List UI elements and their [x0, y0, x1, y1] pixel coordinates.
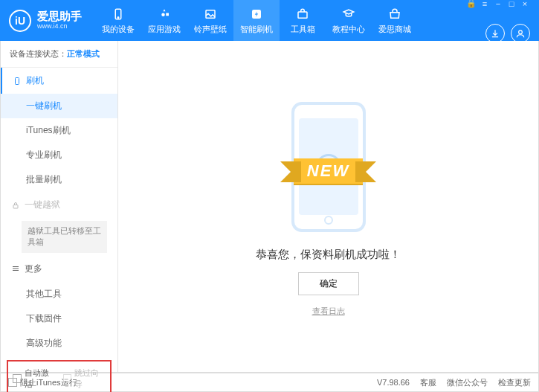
chk-label: 跳过向导	[74, 367, 106, 390]
lock-icon	[11, 201, 20, 210]
app-name: 爱思助手	[37, 10, 82, 23]
sidebar-item-itunes[interactable]: iTunes刷机	[1, 118, 117, 143]
nav-label: 应用游戏	[148, 24, 181, 35]
sidebar-item-oneclick[interactable]: 一键刷机	[1, 94, 117, 118]
version-label: V7.98.66	[377, 378, 410, 387]
flash-group-icon	[13, 77, 22, 86]
nav-label: 爱思商城	[378, 24, 411, 35]
nav-label: 我的设备	[102, 24, 135, 35]
svg-rect-6	[16, 77, 19, 84]
svg-point-1	[117, 16, 119, 18]
svg-point-5	[519, 30, 523, 33]
sidebar-item-other[interactable]: 其他工具	[1, 282, 117, 306]
sidebar-head-label: 更多	[25, 263, 42, 275]
sidebar-head-more[interactable]: 更多	[1, 256, 117, 282]
conn-label: 设备连接状态：	[10, 49, 67, 58]
success-message: 恭喜您，保资料刷机成功啦！	[256, 248, 401, 262]
more-icon	[11, 264, 20, 273]
app-url: www.i4.cn	[37, 23, 82, 30]
nav-my-device[interactable]: 我的设备	[95, 0, 141, 41]
nav-ringtones[interactable]: 铃声壁纸	[187, 0, 233, 41]
maximize-icon[interactable]: □	[506, 0, 517, 9]
status-link-wechat[interactable]: 微信公众号	[447, 377, 488, 388]
user-button[interactable]	[511, 24, 530, 43]
block-itunes-checkbox[interactable]: 阻止iTunes运行	[8, 377, 77, 388]
titlebar: iU 爱思助手 www.i4.cn 我的设备 应用游戏 铃声壁纸 智能刷机 工具…	[0, 0, 539, 41]
sidebar-item-pro[interactable]: 专业刷机	[1, 143, 117, 167]
nav-label: 工具箱	[291, 24, 315, 35]
nav-label: 铃声壁纸	[194, 24, 227, 35]
nav-label: 教程中心	[332, 24, 365, 35]
nav-toolbox[interactable]: 工具箱	[280, 0, 326, 41]
minimize-icon[interactable]: −	[493, 0, 503, 9]
confirm-button[interactable]: 确定	[298, 272, 359, 295]
apps-icon	[157, 7, 172, 22]
top-nav: 我的设备 应用游戏 铃声壁纸 智能刷机 工具箱 教程中心 爱思商城	[95, 0, 418, 41]
wallpaper-icon	[203, 7, 218, 22]
sidebar-head-jailbreak: 一键越狱	[1, 192, 117, 218]
main-content: NEW 恭喜您，保资料刷机成功啦！ 确定 查看日志	[118, 41, 538, 372]
lock-icon[interactable]: 🔒	[466, 0, 477, 9]
window-controls: 🔒 ≡ − □ ×	[466, 0, 530, 9]
svg-rect-4	[298, 12, 307, 18]
store-icon	[387, 7, 402, 22]
app-logo: iU 爱思助手 www.i4.cn	[9, 10, 82, 32]
nav-tutorials[interactable]: 教程中心	[326, 0, 372, 41]
tutorial-icon	[341, 7, 356, 22]
toolbox-icon	[295, 7, 310, 22]
new-ribbon: NEW	[294, 158, 363, 184]
nav-apps[interactable]: 应用游戏	[141, 0, 187, 41]
status-link-update[interactable]: 检查更新	[498, 377, 531, 388]
jailbreak-note: 越狱工具已转移至工具箱	[22, 221, 107, 253]
menu-icon[interactable]: ≡	[480, 0, 490, 9]
sidebar-item-firmware[interactable]: 下载固件	[1, 306, 117, 331]
status-link-support[interactable]: 客服	[420, 377, 436, 388]
success-illustration: NEW	[265, 96, 392, 237]
sidebar-head-label: 一键越狱	[25, 199, 60, 211]
close-icon[interactable]: ×	[520, 0, 530, 9]
sidebar: 设备连接状态：正常模式 刷机 一键刷机 iTunes刷机 专业刷机 批量刷机 一…	[1, 41, 118, 372]
phone-icon	[111, 7, 126, 22]
sidebar-item-batch[interactable]: 批量刷机	[1, 167, 117, 192]
sidebar-head-flash[interactable]: 刷机	[1, 68, 117, 94]
download-button[interactable]	[485, 24, 505, 43]
connection-status: 设备连接状态：正常模式	[1, 41, 117, 68]
conn-mode: 正常模式	[67, 49, 100, 58]
svg-rect-7	[13, 205, 18, 208]
logo-icon: iU	[9, 10, 31, 32]
sidebar-head-label: 刷机	[26, 74, 44, 87]
nav-store[interactable]: 爱思商城	[372, 0, 418, 41]
flash-icon	[249, 7, 264, 22]
nav-flash[interactable]: 智能刷机	[233, 0, 280, 41]
nav-label: 智能刷机	[240, 24, 273, 35]
view-log-link[interactable]: 查看日志	[312, 306, 345, 317]
chk-label: 阻止iTunes运行	[20, 377, 77, 388]
sidebar-item-advanced[interactable]: 高级功能	[1, 331, 117, 356]
